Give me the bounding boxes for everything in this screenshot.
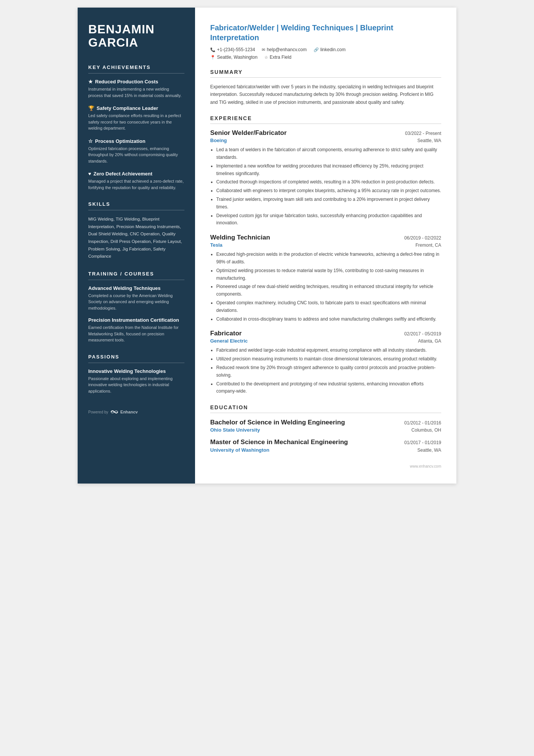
bullet-item: Collaborated in cross-disciplinary teams…: [216, 316, 441, 323]
extra-contact: ☆ Extra Field: [264, 55, 291, 60]
achievements-section-title: KEY ACHIEVEMENTS: [88, 64, 184, 70]
bullet-item: Collaborated with engineers to interpret…: [216, 187, 441, 195]
bullet-item: Developed custom jigs for unique fabrica…: [216, 212, 441, 227]
job-title: Welding Technician: [210, 234, 270, 241]
achievement-item: 🏆 Safety Compliance Leader Led safety co…: [88, 105, 184, 131]
education-section-title: EDUCATION: [210, 404, 441, 410]
company-name: General Electric: [210, 338, 248, 344]
training-desc: Completed a course by the American Weldi…: [88, 293, 184, 311]
contact-row-2: 📍 Seattle, Washington ☆ Extra Field: [210, 55, 441, 60]
resume-headline: Fabricator/Welder | Welding Techniques |…: [210, 23, 441, 42]
linkedin-contact: 🔗 linkedin.com: [314, 47, 346, 52]
education-entry: Master of Science in Mechanical Engineer…: [210, 438, 441, 452]
summary-section-title: SUMMARY: [210, 69, 441, 75]
training-list: Advanced Welding Techniques Completed a …: [88, 285, 184, 343]
star-icon: ★: [88, 79, 93, 85]
job-dates: 03/2022 - Present: [405, 131, 441, 136]
contact-row: 📞 +1-(234)-555-1234 ✉ help@enhancv.com 🔗…: [210, 47, 441, 52]
candidate-name: BENJAMINGARCIA: [88, 23, 184, 49]
training-section-title: TRAINING / COURSES: [88, 271, 184, 277]
bullet-item: Reduced rework time by 20% through strin…: [216, 364, 441, 379]
bullet-item: Implemented a new workflow for welding p…: [216, 163, 441, 178]
bullet-item: Fabricated and welded large-scale indust…: [216, 347, 441, 354]
main-content: Fabricator/Welder | Welding Techniques |…: [195, 8, 456, 484]
achievement-title: ♥ Zero Defect Achievement: [88, 171, 184, 177]
job-bullets: Led a team of welders in the fabrication…: [210, 146, 441, 227]
job-entry: Welding Technician 06/2019 - 02/2022 Tes…: [210, 234, 441, 323]
skills-section-title: SKILLS: [88, 201, 184, 207]
bullet-item: Pioneered usage of new dual-shield weldi…: [216, 283, 441, 298]
school-name: Ohio State University: [210, 427, 260, 433]
skills-text: MIG Welding, TIG Welding, Blueprint Inte…: [88, 216, 184, 260]
bullet-item: Operated complex machinery, including CN…: [216, 299, 441, 315]
achievement-desc: Managed a project that achieved a zero-d…: [88, 178, 184, 191]
training-item: Precision Instrumentation Certification …: [88, 317, 184, 343]
degree-title: Master of Science in Mechanical Engineer…: [210, 438, 348, 446]
achievement-title: ★ Reduced Production Costs: [88, 79, 184, 85]
training-desc: Earned certification from the National I…: [88, 324, 184, 343]
bullet-item: Contributed to the development and proto…: [216, 380, 441, 396]
edu-location: Columbus, OH: [411, 427, 441, 433]
achievement-item: ♥ Zero Defect Achievement Managed a proj…: [88, 171, 184, 191]
bullet-item: Trained junior welders, improving team s…: [216, 196, 441, 211]
summary-text: Experienced fabricator/welder with over …: [210, 83, 441, 106]
phone-icon: 📞: [210, 47, 215, 52]
passions-section-title: PASSIONS: [88, 354, 184, 360]
location-icon: 📍: [210, 55, 215, 60]
job-entry: Senior Welder/Fabricator 03/2022 - Prese…: [210, 129, 441, 227]
phone-contact: 📞 +1-(234)-555-1234: [210, 47, 255, 52]
heart-icon: ♥: [88, 171, 91, 177]
company-name: Boeing: [210, 138, 227, 143]
bullet-item: Utilized precision measuring instruments…: [216, 355, 441, 363]
training-title: Advanced Welding Techniques: [88, 285, 184, 291]
edu-dates: 01/2017 - 01/2019: [404, 440, 441, 445]
edu-location: Seattle, WA: [417, 448, 441, 453]
achievement-title: 🏆 Safety Compliance Leader: [88, 105, 184, 111]
sidebar: BENJAMINGARCIA KEY ACHIEVEMENTS ★ Reduce…: [78, 8, 195, 484]
achievement-title: ☆ Process Optimization: [88, 138, 184, 144]
passion-item: Innovative Welding Technologies Passiona…: [88, 368, 184, 394]
achievement-item: ★ Reduced Production Costs Instrumental …: [88, 79, 184, 99]
passion-desc: Passionate about exploring and implement…: [88, 376, 184, 394]
trophy-icon: 🏆: [88, 105, 94, 111]
job-location: Seattle, WA: [417, 138, 441, 143]
achievement-desc: Instrumental in implementing a new weldi…: [88, 86, 184, 99]
education-entry: Bachelor of Science in Welding Engineeri…: [210, 418, 441, 433]
star-outline-icon: ☆: [88, 138, 93, 144]
job-location: Atlanta, GA: [418, 338, 441, 344]
enhancv-logo-icon: [110, 409, 119, 415]
training-title: Precision Instrumentation Certification: [88, 317, 184, 323]
bullet-item: Conducted thorough inspections of comple…: [216, 178, 441, 186]
edu-dates: 01/2012 - 01/2016: [404, 420, 441, 426]
footer-url: www.enhancv.com: [210, 464, 441, 468]
training-item: Advanced Welding Techniques Completed a …: [88, 285, 184, 311]
degree-title: Bachelor of Science in Welding Engineeri…: [210, 418, 345, 426]
email-contact: ✉ help@enhancv.com: [262, 47, 306, 52]
company-name: Tesla: [210, 242, 222, 248]
experience-section-title: EXPERIENCE: [210, 115, 441, 121]
passion-title: Innovative Welding Technologies: [88, 368, 184, 374]
job-title: Senior Welder/Fabricator: [210, 129, 287, 137]
bullet-item: Executed high-precision welds in the pro…: [216, 251, 441, 266]
achievement-desc: Led safety compliance efforts resulting …: [88, 113, 184, 131]
link-icon: 🔗: [314, 47, 319, 52]
bullet-item: Led a team of welders in the fabrication…: [216, 146, 441, 161]
job-bullets: Fabricated and welded large-scale indust…: [210, 347, 441, 395]
achievement-desc: Optimized fabrication processes, enhanci…: [88, 146, 184, 164]
job-location: Fremont, CA: [415, 243, 441, 248]
job-dates: 06/2019 - 02/2022: [404, 235, 441, 241]
job-entry: Fabricator 02/2017 - 05/2019 General Ele…: [210, 330, 441, 395]
star-extra-icon: ☆: [264, 55, 268, 60]
resume-container: BENJAMINGARCIA KEY ACHIEVEMENTS ★ Reduce…: [78, 8, 456, 484]
job-title: Fabricator: [210, 330, 242, 337]
achievements-list: ★ Reduced Production Costs Instrumental …: [88, 79, 184, 191]
job-dates: 02/2017 - 05/2019: [404, 331, 441, 337]
location-contact: 📍 Seattle, Washington: [210, 55, 258, 60]
job-bullets: Executed high-precision welds in the pro…: [210, 251, 441, 323]
school-name: University of Washington: [210, 447, 269, 453]
bullet-item: Optimized welding processes to reduce ma…: [216, 267, 441, 282]
powered-by-footer: Powered by Enhancv: [88, 409, 184, 415]
email-icon: ✉: [262, 47, 265, 52]
passions-list: Innovative Welding Technologies Passiona…: [88, 368, 184, 394]
achievement-item: ☆ Process Optimization Optimized fabrica…: [88, 138, 184, 164]
